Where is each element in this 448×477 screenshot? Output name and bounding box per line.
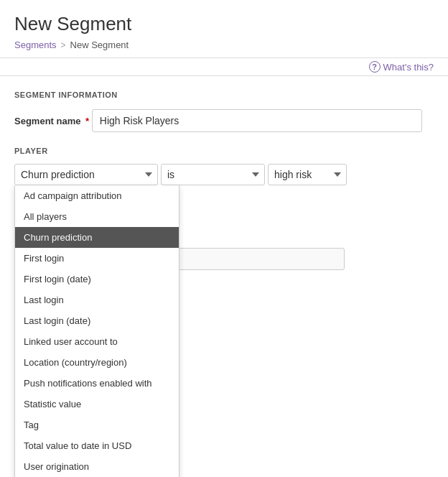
main-content: SEGMENT INFORMATION Segment name * PLAYE… [0,76,448,303]
breadcrumb-separator: > [61,40,66,50]
option-churn-prediction[interactable]: Churn prediction [15,227,179,248]
option-first-login-date[interactable]: First login (date) [15,269,179,290]
breadcrumb-current: New Segment [70,40,129,50]
page-header: New Segment Segments > New Segment [0,0,448,58]
value-select[interactable]: high risk medium risk low risk [268,164,347,185]
condition-row: Churn prediction Ad campaign attribution… [14,164,434,185]
option-push-notifications[interactable]: Push notifications enabled with [15,373,179,394]
option-total-value[interactable]: Total value to date in USD [15,435,179,456]
breadcrumb: Segments > New Segment [14,40,434,50]
attribute-dropdown-container: Churn prediction Ad campaign attribution… [14,164,158,185]
option-location[interactable]: Location (country/region) [15,352,179,373]
segment-name-input[interactable] [92,109,422,132]
required-indicator: * [85,116,89,126]
segment-info-label: SEGMENT INFORMATION [14,91,434,99]
breadcrumb-parent[interactable]: Segments [14,40,57,50]
option-first-login[interactable]: First login [15,248,179,269]
option-last-login[interactable]: Last login [15,290,179,310]
attribute-select[interactable]: Churn prediction [14,164,158,185]
option-tag[interactable]: Tag [15,415,179,435]
whats-this-label: What's this? [383,62,434,73]
option-last-login-date[interactable]: Last login (date) [15,310,179,331]
segment-name-group: Segment name * [14,109,434,132]
option-ad-campaign[interactable]: Ad campaign attribution [15,185,179,206]
page-title: New Segment [14,13,434,35]
question-icon: ? [369,61,381,73]
whats-this-area: ? What's this? [0,58,448,75]
player-section-label: PLAYER [14,147,434,155]
option-all-players[interactable]: All players [15,206,179,227]
segment-name-label: Segment name * [14,116,92,126]
option-user-origination[interactable]: User origination [15,456,179,477]
segment-info-section: SEGMENT INFORMATION Segment name * [14,91,434,132]
option-linked-user[interactable]: Linked user account to [15,331,179,352]
player-section: PLAYER Churn prediction Ad campaign attr… [14,147,434,204]
attribute-dropdown-menu: Ad campaign attribution All players Chur… [14,185,179,477]
operator-select[interactable]: is is not [161,164,265,185]
whats-this-link[interactable]: ? What's this? [369,61,434,73]
option-statistic-value[interactable]: Statistic value [15,394,179,415]
